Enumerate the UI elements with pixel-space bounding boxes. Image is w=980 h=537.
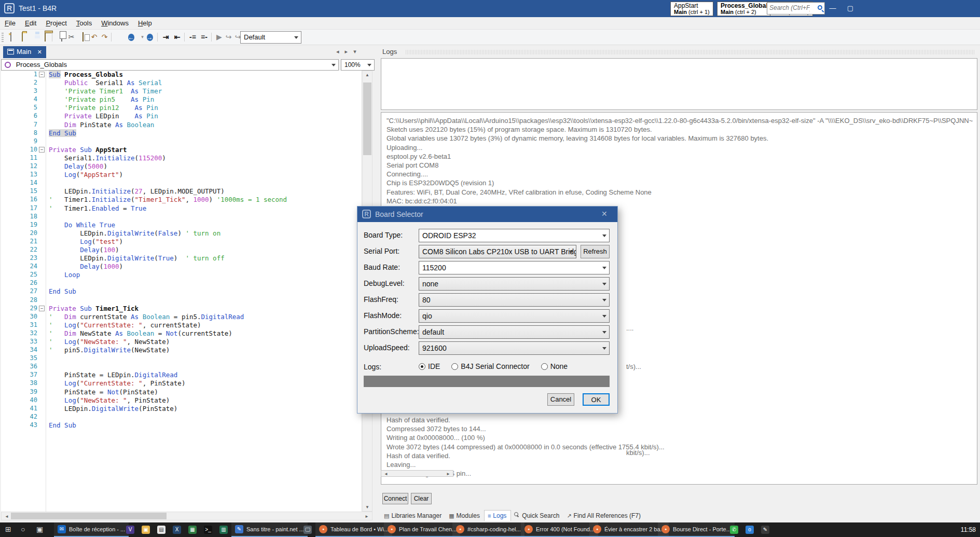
taskbar-item-chrome-window-2[interactable]: ●Plan de Travail Chen... <box>384 522 460 537</box>
scroll-right-icon[interactable]: ► <box>444 472 452 476</box>
copy-icon[interactable] <box>54 32 65 43</box>
code-line-3[interactable]: 3 'Private Timer1 As Timer <box>1 87 361 95</box>
menu-help[interactable]: Help <box>133 17 157 29</box>
close-tab-icon[interactable]: ✕ <box>37 49 42 55</box>
code-line-19[interactable]: 19 Do While True <box>1 221 361 229</box>
minimize-button[interactable]: — <box>826 4 839 12</box>
tab-logs[interactable]: ≡Logs <box>484 510 511 521</box>
new-file-icon[interactable] <box>5 32 16 43</box>
code-line-7[interactable]: 7 Dim PinState As Boolean <box>1 121 361 129</box>
save-icon[interactable] <box>28 32 39 43</box>
taskbar-item-display-app[interactable]: 🖵 <box>300 522 315 537</box>
uploadspeed-select[interactable]: 921600 <box>419 341 610 355</box>
code-line-22[interactable]: 22 Delay(100) <box>1 246 361 254</box>
undo-icon[interactable]: ↶ <box>89 32 100 43</box>
scroll-left-icon[interactable]: ◄ <box>382 472 390 476</box>
code-line-38[interactable]: 38 Log("CurrentState: ", PinState) <box>1 379 361 388</box>
taskbar-item-mail-app[interactable]: ✉Boîte de réception - ... <box>54 522 129 537</box>
code-line-35[interactable]: 35 <box>1 354 361 363</box>
serial-port-select[interactable]: COM8 Silicon Labs CP210x USB to UART Bri… <box>419 245 576 258</box>
paste-icon[interactable] <box>77 32 88 43</box>
taskbar-item-notepad-app[interactable]: ▤ <box>154 522 169 537</box>
code-line-24[interactable]: 24 Delay(1000) <box>1 263 361 271</box>
quick-sub-process_globals[interactable]: Process_GlobalsMain (ctrl + 2) <box>717 2 775 16</box>
taskbar-item-green-grid-app[interactable]: ▥ <box>216 522 231 537</box>
search-icon[interactable] <box>818 5 822 10</box>
code-line-2[interactable]: 2 Public Serial1 As Serial <box>1 79 361 87</box>
code-line-23[interactable]: 23 LEDpin.DigitalWrite(True) ' turn off <box>1 254 361 263</box>
taskbar-item-chrome-window-1[interactable]: ●Tableau de Bord • Wi... <box>315 522 392 537</box>
code-line-42[interactable]: 42 <box>1 413 361 421</box>
ok-button[interactable]: OK <box>583 393 610 406</box>
scroll-down-icon[interactable]: ▼ <box>363 505 371 510</box>
editor-zoom-select[interactable]: 100% <box>341 59 375 71</box>
taskbar-item-terminal-app[interactable]: >_ <box>200 522 216 537</box>
code-line-4[interactable]: 4 'Private pin5 As Pin <box>1 95 361 104</box>
code-line-37[interactable]: 37 PinState = LEDpin.DigitalRead <box>1 371 361 379</box>
code-line-25[interactable]: 25 Loop <box>1 271 361 279</box>
menu-windows[interactable]: Windows <box>96 17 133 29</box>
code-line-9[interactable]: 9 <box>1 137 361 146</box>
scroll-up-icon[interactable]: ▲ <box>363 73 371 77</box>
tab-libraries-manager[interactable]: ▤Libraries Manager <box>381 511 446 521</box>
code-line-40[interactable]: 40 Log("NewState: ", PinState) <box>1 396 361 405</box>
fold-collapse-icon[interactable]: − <box>39 72 45 77</box>
code-line-20[interactable]: 20 LEDpin.DigitalWrite(False) ' turn on <box>1 229 361 238</box>
code-line-31[interactable]: 31' Log("CurrentState: ", currentState) <box>1 321 361 329</box>
code-line-14[interactable]: 14 <box>1 179 361 187</box>
code-editor[interactable]: 1−Sub Process_Globals2 Public Serial1 As… <box>1 71 361 512</box>
cut-icon[interactable]: ✂ <box>66 32 77 43</box>
code-line-39[interactable]: 39 PinState = Not(PinState) <box>1 388 361 396</box>
taskbar-item-blue-app[interactable]: o <box>742 522 757 537</box>
board-type-select[interactable]: ODROID ESP32 <box>419 229 610 242</box>
scrollbar-thumb[interactable] <box>363 82 371 155</box>
scroll-right-icon[interactable]: ► <box>363 514 371 519</box>
bookmark-icon[interactable] <box>114 32 125 43</box>
navigate-forward-icon[interactable]: → <box>144 32 155 43</box>
clear-button[interactable]: Clear <box>411 493 432 504</box>
taskbar-item-spreadsheet-app[interactable]: ▦ <box>185 522 200 537</box>
taskbar-item-chrome-window-6[interactable]: ●Bourse Direct - Porte... <box>658 522 735 537</box>
task-view-icon[interactable]: ▣ <box>36 525 43 533</box>
code-line-11[interactable]: 11 Serial1.Initialize(115200) <box>1 154 361 162</box>
code-line-29[interactable]: 29−Private Sub Timer1_Tick <box>1 305 361 313</box>
menu-edit[interactable]: Edit <box>20 17 41 29</box>
taskbar-item-v-app[interactable]: V <box>122 522 138 537</box>
code-line-43[interactable]: 43End Sub <box>1 421 361 430</box>
code-line-36[interactable]: 36 <box>1 363 361 371</box>
code-line-6[interactable]: 6 Private LEDpin As Pin <box>1 112 361 120</box>
code-line-15[interactable]: 15 LEDpin.Initialize(27, LEDpin.MODE_OUT… <box>1 187 361 196</box>
maximize-button[interactable]: ▢ <box>844 4 857 12</box>
tab-main[interactable]: Main ✕ <box>3 46 46 58</box>
code-line-8[interactable]: 8End Sub <box>1 129 361 137</box>
taskbar-item-phone-app[interactable]: ✆ <box>726 522 742 537</box>
outdent-icon[interactable]: ⇤ <box>172 32 183 43</box>
taskbar-item-chrome-window-4[interactable]: ●Error 400 (Not Found... <box>521 522 598 537</box>
code-line-1[interactable]: 1−Sub Process_Globals <box>1 71 361 79</box>
code-line-10[interactable]: 10−Private Sub AppStart <box>1 146 361 154</box>
taskbar-item-chrome-window-3[interactable]: ●#csharp-coding-hel... <box>452 522 524 537</box>
baud-rate-select[interactable]: 115200 <box>419 261 610 274</box>
code-line-41[interactable]: 41 LEDpin.DigitalWrite(PinState) <box>1 405 361 413</box>
export-icon[interactable] <box>39 32 50 43</box>
comment-icon[interactable]: -≡ <box>187 32 198 43</box>
taskbar-item-pen-app[interactable]: ✎ <box>757 522 773 537</box>
code-line-12[interactable]: 12 Delay(5000) <box>1 162 361 171</box>
menu-project[interactable]: Project <box>41 17 71 29</box>
flashfreq-select[interactable]: 80 <box>419 293 610 307</box>
build-configuration-select[interactable]: Default <box>240 31 301 44</box>
start-button[interactable]: ⊞ <box>5 525 11 533</box>
tab-find-all-references-f7-[interactable]: ↗Find All References (F7) <box>563 511 645 521</box>
connect-button[interactable]: Connect <box>382 493 408 504</box>
code-line-17[interactable]: 17' Timer1.Enabled = True <box>1 204 361 213</box>
code-line-33[interactable]: 33' Log("NewState: ", NewState) <box>1 338 361 346</box>
logs-filter-box[interactable] <box>381 58 977 110</box>
tab-quick-search[interactable]: Quick Search <box>511 511 563 521</box>
refresh-button[interactable]: Refresh <box>581 245 610 258</box>
close-icon[interactable]: ✕ <box>601 210 608 218</box>
menu-file[interactable]: File <box>0 17 20 29</box>
radio-b4j-serial-connector[interactable]: B4J Serial Connector <box>451 362 529 370</box>
panel-grip[interactable] <box>406 50 974 54</box>
open-file-icon[interactable] <box>17 32 27 43</box>
editor-horizontal-scrollbar[interactable]: ◄ ► <box>1 512 372 520</box>
